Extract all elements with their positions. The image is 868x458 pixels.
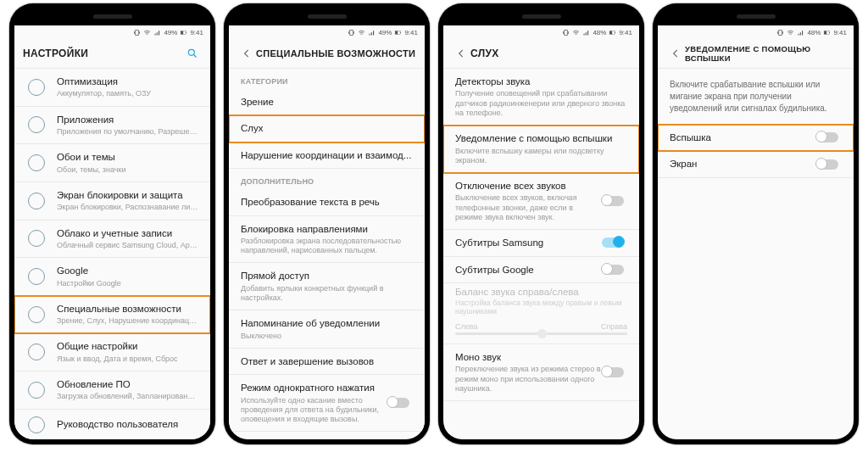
wifi-icon — [787, 29, 794, 36]
item-title: Специальные возможности — [57, 303, 198, 315]
settings-list: ОптимизацияАккумулятор, память, ОЗУПрило… — [14, 69, 210, 439]
page-title: НАСТРОЙКИ — [23, 47, 183, 59]
item-title: Руководство пользователя — [57, 418, 198, 430]
item-subtitle: Загрузка обновлений, Запланированное... — [57, 392, 198, 401]
list-item[interactable]: Обои и темыОбои, темы, значки — [14, 144, 210, 182]
battery-text: 48% — [593, 29, 606, 36]
list-item[interactable]: Режим однократного нажатияИспользуйте од… — [229, 375, 425, 432]
search-button[interactable] — [183, 47, 202, 59]
item-title: Прямой доступ — [241, 270, 413, 282]
item-title: Субтитры Samsung — [455, 237, 602, 249]
battery-text: 48% — [807, 29, 821, 36]
item-icon — [26, 230, 47, 247]
wifi-icon — [358, 29, 365, 36]
list-item[interactable]: Ответ и завершение вызовов — [229, 349, 425, 375]
back-button[interactable] — [452, 47, 470, 59]
item-title: Экран — [670, 158, 816, 170]
page-title: СЛУХ — [470, 47, 631, 59]
app-bar: СПЕЦИАЛЬНЫЕ ВОЗМОЖНОСТИ — [229, 39, 425, 69]
list-item[interactable]: ОптимизацияАккумулятор, память, ОЗУ — [14, 69, 210, 107]
back-button[interactable] — [237, 47, 256, 59]
list-item[interactable]: Слух — [229, 115, 425, 142]
list-item[interactable]: Уведомление с помощью вспышкиВключите вс… — [443, 126, 639, 173]
toggle[interactable] — [816, 132, 842, 142]
svg-rect-9 — [610, 31, 613, 34]
svg-rect-11 — [830, 31, 831, 33]
toggle[interactable] — [387, 398, 413, 408]
list-item[interactable]: Отключение всех звуковВыключение всех зв… — [443, 173, 639, 230]
item-subtitle: Добавить ярлыки конкретных функций в нас… — [241, 284, 413, 304]
clock: 9:41 — [619, 29, 632, 36]
chevron-left-icon — [241, 47, 253, 59]
list-item[interactable]: Напоминание об уведомленииВыключено — [229, 310, 425, 349]
list-item[interactable]: Преобразование текста в речь — [229, 189, 425, 215]
item-subtitle: Выключение всех звуков, включая телефонн… — [455, 193, 602, 222]
phone-2: 49% 9:41 СПЕЦИАЛЬНЫЕ ВОЗМОЖНОСТИ КАТЕГОР… — [224, 3, 430, 444]
switch-icon — [602, 237, 624, 248]
signal-icon — [368, 29, 376, 36]
list-item[interactable]: Субтитры Google — [443, 257, 639, 283]
chevron-left-icon — [670, 47, 682, 59]
svg-rect-5 — [401, 31, 402, 33]
item-icon — [26, 306, 47, 323]
item-subtitle: Облачный сервис Samsung Cloud, Архив... — [57, 241, 198, 250]
item-subtitle: Аккумулятор, память, ОЗУ — [57, 89, 198, 98]
toggle[interactable] — [602, 367, 627, 377]
toggle[interactable] — [602, 237, 627, 248]
list-item[interactable]: Руководство пользователя — [14, 410, 210, 439]
list-item[interactable]: Экран блокировки и защитаЭкран блокировк… — [14, 182, 210, 221]
page-title: СПЕЦИАЛЬНЫЕ ВОЗМОЖНОСТИ — [256, 48, 416, 59]
list-item[interactable]: Детекторы звукаПолучение оповещений при … — [443, 69, 639, 126]
phone-1: 49% 9:41 НАСТРОЙКИ ОптимизацияАккумулято… — [9, 3, 215, 444]
back-button[interactable] — [666, 47, 685, 59]
item-title: Преобразование текста в речь — [241, 196, 413, 208]
list-item[interactable]: Экран — [658, 151, 854, 177]
app-bar: НАСТРОЙКИ — [14, 39, 210, 69]
list-item[interactable]: Моно звукПереключение звука из режима ст… — [443, 344, 639, 401]
list-item[interactable]: ПриложенияПриложения по умолчанию, Разре… — [14, 107, 210, 145]
item-title: Обои и темы — [57, 151, 198, 163]
toggle[interactable] — [602, 265, 627, 275]
status-bar: 49% 9:41 — [14, 25, 210, 39]
slider-right-label: Справа — [601, 322, 627, 331]
svg-rect-2 — [181, 31, 184, 34]
toggle[interactable] — [816, 159, 842, 170]
item-icon — [26, 416, 47, 433]
list-item[interactable]: Вспышка — [658, 125, 854, 151]
item-icon — [26, 382, 47, 399]
item-icon — [26, 154, 47, 171]
slider-track[interactable] — [455, 332, 627, 335]
svg-rect-12 — [825, 31, 827, 34]
item-title: Напоминание об уведомлении — [241, 317, 413, 329]
item-subtitle: Язык и ввод, Дата и время, Сброс — [57, 355, 198, 364]
item-subtitle: Приложения по умолчанию, Разрешения... — [57, 127, 198, 137]
list-item[interactable]: Зрение — [229, 89, 425, 115]
slider-title: Баланс звука справа/слева — [455, 287, 627, 297]
balance-slider[interactable]: Баланс звука справа/слеваНастройка балан… — [443, 283, 639, 344]
category-header: КАТЕГОРИИ — [229, 69, 425, 89]
search-icon — [186, 47, 198, 59]
list-item[interactable]: Общие настройкиЯзык и ввод, Дата и время… — [14, 333, 210, 371]
switch-icon — [387, 398, 409, 408]
list-item[interactable]: GoogleНастройки Google — [14, 258, 210, 296]
battery-icon — [180, 29, 187, 36]
signal-icon — [153, 29, 161, 36]
settings-list: КАТЕГОРИИЗрениеСлухНарушение координации… — [229, 69, 425, 439]
list-item[interactable]: Прямой доступДобавить ярлыки конкретных … — [229, 263, 425, 310]
list-item[interactable]: Нарушение координации и взаимод... — [229, 142, 425, 169]
list-item[interactable]: Субтитры Samsung — [443, 230, 639, 256]
description-text: Включите срабатывание вспышки или мигани… — [658, 69, 854, 125]
item-title: Облако и учетные записи — [57, 227, 198, 239]
category-header: ДОПОЛНИТЕЛЬНО — [229, 169, 425, 189]
item-subtitle: Выключено — [241, 332, 413, 341]
clock: 9:41 — [404, 29, 418, 36]
toggle[interactable] — [602, 196, 627, 206]
list-item[interactable]: Блокировка направлениямиРазблокировка эк… — [229, 216, 425, 264]
clock: 9:41 — [833, 29, 847, 36]
list-item[interactable]: Облако и учетные записиОблачный сервис S… — [14, 221, 210, 259]
list-item[interactable]: Специальные возможностиЗрение, Слух, Нар… — [14, 296, 210, 334]
item-title: Ответ и завершение вызовов — [241, 355, 413, 367]
item-title: Слух — [241, 122, 413, 134]
list-item[interactable]: Обновление ПОЗагрузка обновлений, Заплан… — [14, 371, 210, 410]
status-bar: 49% 9:41 — [229, 25, 425, 39]
